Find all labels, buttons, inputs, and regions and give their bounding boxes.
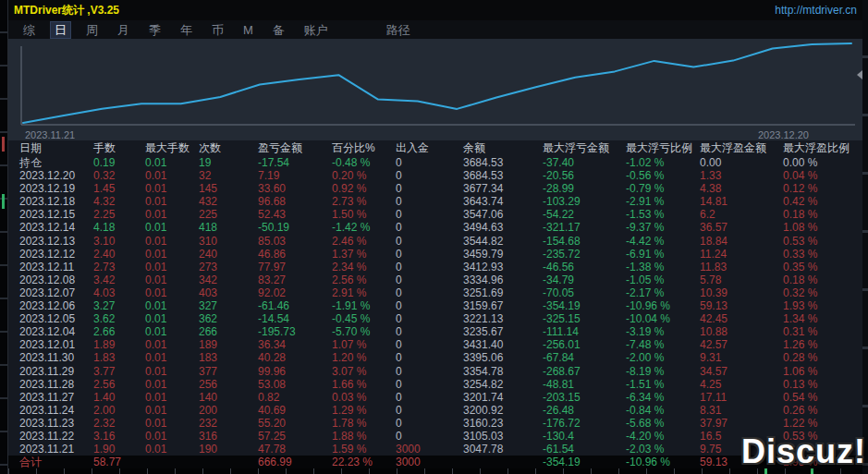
cell-pnl: -17.54: [258, 156, 332, 169]
cell-max_float_loss: -235.72: [543, 248, 626, 261]
cell-max_lots: 0.01: [145, 248, 199, 261]
cell-max_lots: 0.01: [145, 273, 199, 286]
table-row[interactable]: 2023.12.191.450.0114533.600.92 %03677.34…: [8, 182, 862, 195]
cell-max_float_profit: 17.11: [700, 391, 783, 404]
table-row[interactable]: 2023.12.063.270.01327-61.46-1.91 %03159.…: [8, 299, 862, 312]
table-row[interactable]: 2023.12.144.180.01418-50.19-1.42 %03494.…: [8, 221, 862, 234]
cell-max_float_loss: -111.14: [543, 325, 626, 338]
cell-max_float_profit: 4.25: [700, 378, 783, 391]
menu-item-综[interactable]: 综: [19, 22, 39, 38]
cell-lots: 4.03: [93, 286, 145, 299]
cell-cash: 0: [396, 273, 463, 286]
menu-item-path[interactable]: 路径: [383, 22, 414, 38]
cell-pnl: 666.99: [258, 456, 332, 468]
cell-lots: 58.77: [93, 456, 145, 468]
cell-cash: 3000: [396, 443, 463, 456]
cell-max_float_profit_pct: 1.22 %: [783, 417, 862, 430]
table-row[interactable]: 2023.11.301.830.0118340.281.20 %03395.06…: [8, 351, 862, 364]
menu-item-备[interactable]: 备: [269, 22, 288, 38]
table-row[interactable]: 2023.12.200.320.01327.190.20 %03684.53-2…: [8, 169, 862, 182]
cell-pnl: 52.43: [258, 208, 332, 221]
cell-max_lots: 0.01: [145, 378, 199, 391]
cell-date: 2023.12.12: [19, 248, 93, 261]
menu-item-日[interactable]: 日: [51, 22, 70, 38]
menu-item-账户[interactable]: 账户: [300, 22, 332, 38]
table-row[interactable]: 2023.11.282.560.0125653.081.66 %03254.82…: [8, 378, 862, 391]
cell-max_float_loss_pct: -10.96 %: [626, 456, 700, 468]
table-row[interactable]: 2023.12.122.400.0124046.861.37 %03459.79…: [8, 248, 862, 261]
table-row[interactable]: 2023.12.083.420.0134283.272.56 %03334.96…: [8, 273, 862, 286]
main-panel: MTDriver统计 ,V3.25 http://mtdriver.cn 综日周…: [8, 0, 862, 474]
table-row[interactable]: 2023.12.042.660.01266-195.73-5.70 %03235…: [8, 325, 862, 338]
cell-pnl: 57.25: [258, 430, 332, 443]
table-row[interactable]: 2023.12.112.730.0127377.972.34 %03412.93…: [8, 261, 862, 273]
cell-max_float_profit: 6.2: [700, 208, 783, 221]
cell-balance: 3201.74: [463, 391, 543, 404]
cell-max_float_loss: -70.05: [543, 286, 626, 299]
table-row[interactable]: 2023.11.271.400.011400.820.03 %03201.74-…: [8, 391, 862, 404]
cell-pct: 1.50 %: [332, 208, 396, 221]
x-axis-end-label: 2023.12.20: [758, 129, 809, 140]
title-bar: MTDriver统计 ,V3.25 http://mtdriver.cn: [8, 0, 862, 20]
app-title: MTDriver统计 ,V3.25: [14, 3, 119, 18]
total-row[interactable]: 合计58.77666.9922.23 %3000-354.19-10.96 %5…: [8, 456, 862, 468]
cell-pct: 1.66 %: [332, 378, 396, 391]
cell-max_float_loss_pct: -3.19 %: [626, 325, 700, 338]
cell-balance: 3395.06: [463, 351, 543, 364]
table-row[interactable]: 2023.11.223.160.0131657.251.88 %03105.03…: [8, 430, 862, 443]
cell-max_lots: 0.01: [145, 261, 199, 273]
cell-balance: [463, 456, 543, 468]
menu-item-季[interactable]: 季: [145, 22, 165, 38]
cell-max_lots: 0.01: [145, 208, 199, 221]
table-row[interactable]: 2023.12.152.250.0122552.431.50 %03547.06…: [8, 208, 862, 221]
cell-max_float_profit: 10.88: [700, 325, 783, 338]
table-row[interactable]: 2023.11.293.770.0137799.963.07 %03354.78…: [8, 365, 862, 378]
cell-lots: 2.66: [93, 325, 145, 338]
cell-max_float_profit: 10.39: [700, 286, 783, 299]
cell-date: 持仓: [19, 156, 93, 169]
cell-pct: 2.34 %: [332, 261, 396, 273]
table-row[interactable]: 2023.12.011.890.0118936.341.07 %03431.40…: [8, 338, 862, 351]
cell-max_float_profit_pct: 0.54 %: [783, 391, 862, 404]
cell-max_float_loss_pct: -2.00 %: [626, 351, 700, 364]
menu-item-M[interactable]: M: [239, 22, 257, 38]
cell-trades: 225: [199, 208, 258, 221]
table-row[interactable]: 2023.11.242.000.0120040.691.29 %03200.92…: [8, 404, 862, 417]
cell-max_float_loss_pct: -10.96 %: [626, 299, 700, 312]
menu-item-周[interactable]: 周: [82, 22, 102, 38]
cell-max_float_profit: 37.97: [700, 417, 783, 430]
cell-balance: 3677.34: [463, 182, 543, 195]
table-row[interactable]: 2023.11.211.900.0119047.781.59 %30003047…: [8, 443, 862, 456]
cell-cash: 0: [396, 169, 463, 182]
cell-max_float_profit_pct: 0.33 %: [783, 248, 862, 261]
cell-cash: 0: [396, 378, 463, 391]
cell-trades: 19: [199, 156, 258, 169]
menu-item-年[interactable]: 年: [177, 22, 196, 38]
cell-cash: 0: [396, 365, 463, 378]
cell-cash: 0: [396, 261, 463, 273]
cell-max_float_profit_pct: 0.35 %: [783, 261, 862, 273]
cell-trades: 140: [199, 391, 258, 404]
cell-pct: 2.73 %: [332, 195, 396, 208]
cell-date: 2023.12.14: [19, 221, 93, 234]
menu-item-币[interactable]: 币: [208, 22, 227, 38]
cell-max_float_loss: -48.81: [543, 378, 626, 391]
table-row[interactable]: 持仓0.190.0119-17.54-0.48 %03684.53-37.40-…: [8, 156, 862, 169]
table-row[interactable]: 2023.11.232.320.0123255.201.78 %03160.23…: [8, 417, 862, 430]
cell-max_lots: 0.01: [145, 417, 199, 430]
table-row[interactable]: 2023.12.184.320.0143296.682.73 %03643.74…: [8, 195, 862, 208]
table-row[interactable]: 2023.12.053.620.01362-14.54-0.45 %03221.…: [8, 312, 862, 325]
menu-item-月[interactable]: 月: [114, 22, 133, 38]
table-row[interactable]: 2023.12.074.030.0140392.022.91 %03251.69…: [8, 286, 862, 299]
table-row[interactable]: 2023.12.133.100.0131085.032.46 %03544.82…: [8, 235, 862, 248]
website-link[interactable]: http://mtdriver.cn: [775, 4, 857, 17]
cell-trades: 183: [199, 351, 258, 364]
cell-max_float_profit_pct: 0.18 %: [783, 208, 862, 221]
cell-date: 2023.11.29: [19, 365, 93, 378]
cell-cash: 0: [396, 286, 463, 299]
cell-pnl: 47.78: [258, 443, 332, 456]
cell-cash: 3000: [396, 456, 463, 468]
cell-pct: 0.03 %: [332, 391, 396, 404]
cell-max_float_profit_pct: 0.04 %: [783, 169, 862, 182]
cell-max_float_profit: 59.13: [700, 299, 783, 312]
